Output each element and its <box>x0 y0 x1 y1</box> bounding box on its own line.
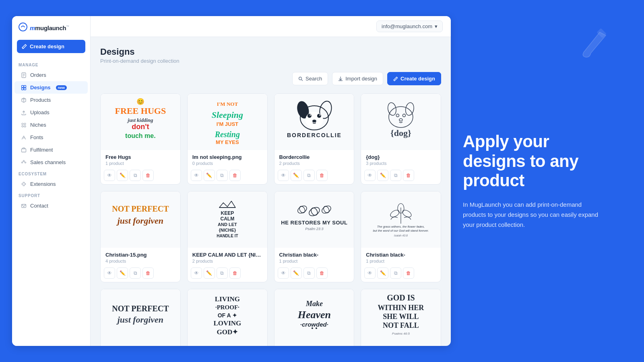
sidebar-item-niches[interactable]: Niches <box>14 119 88 131</box>
niches-icon <box>21 122 27 128</box>
design-card: NOT PERFECT just forgiven Christian-15.p… <box>100 191 181 282</box>
page-subtitle: Print-on-demand design collection <box>100 58 441 64</box>
fonts-icon <box>21 135 27 140</box>
design-card: HE RESTORES MY SOUL Psalm 23:3 Christian… <box>274 191 355 282</box>
sidebar-item-orders[interactable]: Orders <box>14 69 88 81</box>
restores-soul-art: HE RESTORES MY SOUL Psalm 23:3 <box>275 191 354 248</box>
manage-section-label: MANAGE <box>12 60 90 69</box>
action-edit[interactable]: ✏️ <box>204 170 215 181</box>
action-copy[interactable]: ⧉ <box>390 267 401 279</box>
action-eye[interactable]: 👁 <box>364 267 376 279</box>
sidebar-item-extensions[interactable]: Extensions <box>14 178 88 190</box>
action-copy[interactable]: ⧉ <box>130 170 141 181</box>
design-actions: 👁 ✏️ ⧉ 🗑 <box>361 167 441 184</box>
action-eye[interactable]: 👁 <box>104 170 115 181</box>
search-button[interactable]: Search <box>292 72 328 85</box>
action-copy[interactable]: ⧉ <box>217 267 228 279</box>
svg-text:{dog}: {dog} <box>390 128 411 138</box>
toolbar: Search Import design Create design <box>100 72 441 85</box>
svg-text:Sleeping: Sleeping <box>212 110 243 120</box>
action-edit[interactable]: ✏️ <box>204 267 215 279</box>
design-card: LIVING ·PROOF· OF A ✦ LOVING GOD✦ Christ… <box>187 289 268 346</box>
action-delete[interactable]: 🗑 <box>316 170 328 181</box>
svg-rect-7 <box>22 88 24 90</box>
svg-text:I'M NOT: I'M NOT <box>217 101 238 107</box>
action-copy[interactable]: ⧉ <box>303 170 315 181</box>
action-eye[interactable]: 👁 <box>278 267 289 279</box>
make-heaven-art: Make Heaven ·crowded· <box>275 289 354 346</box>
grass-withers-art: The grass withers, the flower fades, but… <box>361 191 441 248</box>
page-header: Designs Print-on-demand design collectio… <box>100 47 441 64</box>
import-design-button[interactable]: Import design <box>332 72 383 85</box>
action-edit[interactable]: ✏️ <box>291 170 302 181</box>
action-delete[interactable]: 🗑 <box>142 267 154 279</box>
action-edit[interactable]: ✏️ <box>377 170 388 181</box>
action-eye[interactable]: 👁 <box>104 267 115 279</box>
design-preview: HE RESTORES MY SOUL Psalm 23:3 <box>275 191 354 248</box>
action-edit[interactable]: ✏️ <box>291 267 302 279</box>
sidebar-item-contact[interactable]: Contact <box>14 200 88 212</box>
svg-point-17 <box>22 162 23 163</box>
user-menu[interactable]: info@muglaunch.com ▾ <box>376 21 443 32</box>
svg-text:Resting: Resting <box>215 130 240 139</box>
svg-text:NOT PERFECT: NOT PERFECT <box>112 204 169 213</box>
main-content: info@muglaunch.com ▾ Designs Print-on-de… <box>91 16 451 346</box>
action-copy[interactable]: ⧉ <box>303 267 315 279</box>
action-edit[interactable]: ✏️ <box>117 267 128 279</box>
action-copy[interactable]: ⧉ <box>217 170 228 181</box>
action-eye[interactable]: 👁 <box>364 170 376 181</box>
sidebar-item-designs[interactable]: Designs new <box>14 81 88 94</box>
action-copy[interactable]: ⧉ <box>390 170 401 181</box>
design-products: 2 products <box>192 259 262 263</box>
living-proof-art: LIVING ·PROOF· OF A ✦ LOVING GOD✦ <box>188 289 267 346</box>
design-preview: I'M NOT Sleeping I'M JUST Resting MY EYE… <box>188 94 267 150</box>
right-panel-body: In MugLaunch you can add print-on-demand… <box>463 200 604 230</box>
create-design-sidebar-button[interactable]: Create design <box>17 40 85 53</box>
action-delete[interactable]: 🗑 <box>403 170 414 181</box>
design-preview: {dog} <box>361 94 441 150</box>
svg-point-85 <box>311 327 313 329</box>
svg-line-20 <box>23 161 23 162</box>
chevron-down-icon: ▾ <box>435 23 438 29</box>
svg-text:Isaiah 40:8: Isaiah 40:8 <box>394 234 408 237</box>
svg-text:GOD✦: GOD✦ <box>217 328 238 336</box>
action-edit[interactable]: ✏️ <box>117 170 128 181</box>
svg-text:but the word of our God will s: but the word of our God will stand forev… <box>373 229 429 232</box>
svg-point-48 <box>396 114 399 117</box>
svg-text:AND LET: AND LET <box>218 222 237 227</box>
svg-text:touch me.: touch me. <box>125 132 156 139</box>
svg-text:Psalms 46:5: Psalms 46:5 <box>392 332 410 335</box>
svg-text:BORDERCOLLIE: BORDERCOLLIE <box>287 132 341 138</box>
create-design-toolbar-button[interactable]: Create design <box>387 72 441 85</box>
extensions-icon <box>21 181 27 187</box>
sidebar-item-sales-channels[interactable]: Sales channels <box>14 156 88 169</box>
action-edit[interactable]: ✏️ <box>377 267 388 279</box>
action-delete[interactable]: 🗑 <box>229 267 241 279</box>
action-copy[interactable]: ⧉ <box>130 267 141 279</box>
design-products: 1 product <box>105 161 175 166</box>
sidebar-item-uploads[interactable]: Uploads <box>14 106 88 119</box>
action-delete[interactable]: 🗑 <box>229 170 241 181</box>
action-eye[interactable]: 👁 <box>278 170 289 181</box>
logo-icon <box>19 23 27 33</box>
sidebar-item-products[interactable]: Products <box>14 94 88 106</box>
action-eye[interactable]: 👁 <box>191 267 202 279</box>
design-preview: GOD IS WITHIN HER SHE WILL NOT FALL Psal… <box>361 289 441 346</box>
svg-text:just forgiven: just forgiven <box>116 315 163 325</box>
svg-point-60 <box>296 204 308 215</box>
action-delete[interactable]: 🗑 <box>142 170 154 181</box>
design-actions: 👁 ✏️ ⧉ 🗑 <box>275 265 354 282</box>
action-delete[interactable]: 🗑 <box>403 267 414 279</box>
svg-text:·PROOF·: ·PROOF· <box>215 304 239 311</box>
design-card: {dog} {dog} 3 products 👁 ✏️ ⧉ 🗑 <box>361 93 441 185</box>
sidebar-item-fulfilment[interactable]: Fulfilment <box>14 144 88 156</box>
action-delete[interactable]: 🗑 <box>316 267 328 279</box>
design-card: Make Heaven ·crowded· Christian black- <box>274 289 355 346</box>
design-card: I'M NOT Sleeping I'M JUST Resting MY EYE… <box>187 93 268 185</box>
sidebar-item-fonts[interactable]: Fonts <box>14 131 88 144</box>
design-name: Christian black- <box>366 252 436 258</box>
svg-point-14 <box>24 125 26 127</box>
action-eye[interactable]: 👁 <box>191 170 202 181</box>
import-icon <box>338 76 343 81</box>
design-actions: 👁 ✏️ ⧉ 🗑 <box>275 167 354 184</box>
